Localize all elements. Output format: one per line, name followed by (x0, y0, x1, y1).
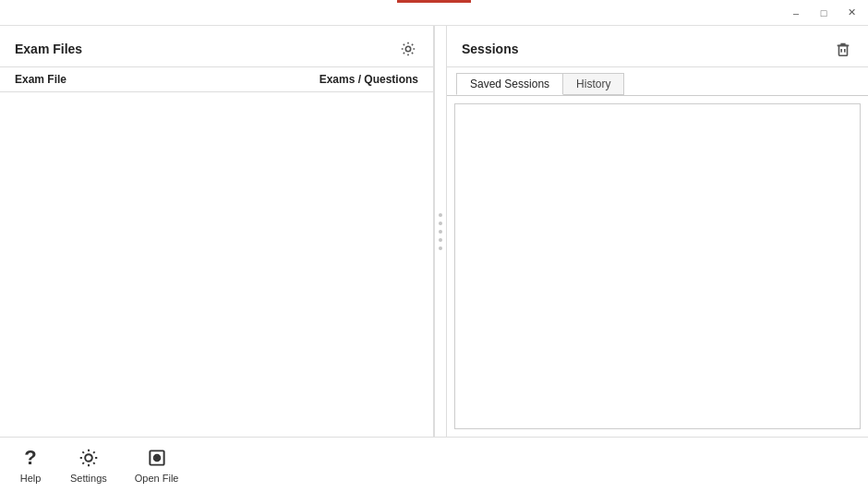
exam-files-table-header: Exam File Exams / Questions (0, 67, 433, 92)
divider-dot-1 (439, 213, 442, 217)
trash-icon (835, 41, 851, 57)
exams-questions-column-header: Exams / Questions (319, 73, 418, 86)
divider-dot-3 (439, 230, 442, 234)
help-icon: ? (24, 446, 36, 470)
settings-gear-button[interactable] (398, 39, 418, 59)
svg-rect-7 (154, 456, 158, 460)
svg-rect-1 (839, 45, 848, 55)
left-panel-header: Exam Files (0, 26, 433, 67)
open-file-icon-container (145, 446, 169, 470)
delete-button[interactable] (833, 39, 853, 59)
exam-file-column-header: Exam File (15, 73, 66, 86)
sessions-list (454, 103, 861, 429)
panel-divider[interactable] (434, 26, 447, 437)
divider-dot-5 (439, 246, 442, 250)
gear-icon (400, 41, 416, 57)
right-panel: Sessions Saved Sessions History (447, 26, 868, 437)
open-file-button[interactable]: Open File (135, 446, 179, 484)
sessions-tabs: Saved Sessions History (447, 67, 868, 96)
title-bar: – □ ✕ (0, 0, 868, 26)
main-content: Exam Files Exam File Exams / Questions S… (0, 26, 868, 437)
settings-icon-container (77, 446, 101, 470)
open-file-icon (146, 447, 168, 469)
settings-icon (78, 447, 100, 469)
tab-saved-sessions[interactable]: Saved Sessions (456, 73, 563, 95)
svg-point-0 (405, 46, 410, 51)
right-panel-header: Sessions (447, 26, 868, 67)
title-bar-accent (397, 0, 471, 3)
divider-dot-4 (439, 238, 442, 242)
help-button[interactable]: ? Help (18, 446, 42, 484)
settings-button[interactable]: Settings (70, 446, 107, 484)
close-button[interactable]: ✕ (838, 3, 864, 23)
help-icon-container: ? (18, 446, 42, 470)
divider-dot-2 (439, 222, 442, 225)
open-file-label: Open File (135, 473, 179, 484)
settings-label: Settings (70, 473, 107, 484)
tab-history[interactable]: History (562, 73, 624, 95)
exam-files-title: Exam Files (15, 42, 82, 56)
maximize-button[interactable]: □ (811, 3, 837, 23)
sessions-body (447, 96, 868, 437)
exam-files-list (0, 92, 433, 437)
minimize-button[interactable]: – (783, 3, 809, 23)
svg-point-4 (85, 454, 92, 462)
left-panel: Exam Files Exam File Exams / Questions (0, 26, 434, 437)
bottom-bar: ? Help Settings Open File (0, 437, 868, 492)
sessions-title: Sessions (462, 42, 518, 56)
title-bar-controls: – □ ✕ (783, 3, 864, 23)
help-label: Help (20, 473, 42, 484)
